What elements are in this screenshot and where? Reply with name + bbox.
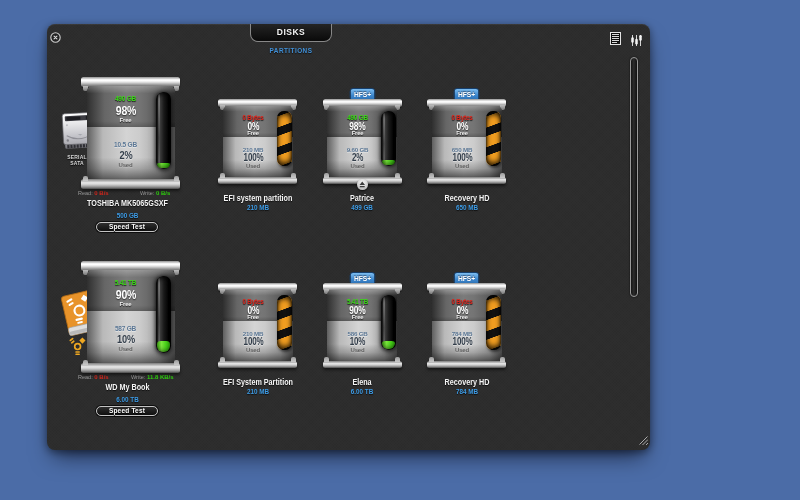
disk-barrel: 5.41 TB 90% Free 587 GB 10% Used <box>81 261 180 373</box>
read-label: Read: <box>78 190 93 196</box>
partition-name: EFI System Partition <box>200 378 315 387</box>
free-percent: 98% <box>93 105 159 118</box>
free-label: Free <box>432 131 493 137</box>
partition-name: Recovery HD <box>409 378 524 387</box>
speed-test-button[interactable]: Speed Test <box>96 406 158 416</box>
partition-barrel: 5.41 TB 90% Free 586 GB 10% Used <box>323 283 402 368</box>
barrel-body: 0 Bytes 0% Free 650 MB 100% Used <box>432 106 502 178</box>
free-label: Free <box>87 117 165 123</box>
barrel-body: 5.41 TB 90% Free 586 GB 10% Used <box>327 290 397 362</box>
read-stat: Read: 0 B/s <box>78 374 109 381</box>
scrollbar[interactable] <box>630 57 638 297</box>
partition-barrel: 490 GB 98% Free 9.60 GB 2% Used <box>323 99 402 184</box>
report-button[interactable] <box>610 31 621 49</box>
write-label: Write: <box>140 190 154 196</box>
free-label: Free <box>87 301 165 307</box>
barrel-body: 5.41 TB 90% Free 587 GB 10% Used <box>87 270 175 364</box>
close-button[interactable] <box>50 29 61 40</box>
free-label: Free <box>327 131 388 137</box>
partition-size: 6.00 TB <box>315 388 409 395</box>
write-value: 0 B/s <box>156 190 170 196</box>
used-level-fill <box>157 341 170 352</box>
barrel-body: 490 GB 98% Free 10.5 GB 2% Used <box>87 86 175 180</box>
partition-name: Elena <box>304 378 419 387</box>
barrel-body: 0 Bytes 0% Free 210 MB 100% Used <box>223 290 293 362</box>
disk-cell: 5.41 TB 90% Free 587 GB 10% Used Read: 0… <box>63 261 198 426</box>
used-percent: 100% <box>438 153 487 163</box>
read-value: 0 B/s <box>94 374 108 380</box>
partition-barrel: 0 Bytes 0% Free 784 MB 100% Used <box>427 283 506 368</box>
barrel-bottom-rim <box>218 177 297 185</box>
partition-cell: HFS+ 490 GB 98% Free 9.60 GB 2% Used Pa <box>310 88 414 213</box>
settings-button[interactable] <box>630 32 643 50</box>
barrel-body: 490 GB 98% Free 9.60 GB 2% Used <box>327 106 397 178</box>
resize-grip[interactable] <box>639 431 648 449</box>
partition-name: Recovery HD <box>409 194 524 203</box>
partition-size: 499 GB <box>315 204 409 211</box>
used-percent: 100% <box>229 153 278 163</box>
partition-name: EFI system partition <box>200 194 315 203</box>
barrel-bottom-rim <box>427 177 506 185</box>
used-percent: 2% <box>94 150 156 162</box>
partition-cell: 0 Bytes 0% Free 210 MB 100% Used EFI sys… <box>206 88 310 213</box>
free-amount: 490 GB <box>87 96 165 103</box>
barrel-body: 0 Bytes 0% Free 210 MB 100% Used <box>223 106 293 178</box>
used-percent: 10% <box>94 334 156 346</box>
partition-cell: HFS+ 0 Bytes 0% Free 784 MB 100% Used R <box>415 272 519 397</box>
eject-button[interactable] <box>357 179 368 190</box>
partition-cell: HFS+ 0 Bytes 0% Free 650 MB 100% Used R <box>415 88 519 213</box>
barrel-bottom-rim <box>81 363 180 373</box>
partition-size: 784 MB <box>420 388 514 395</box>
eject-icon <box>357 179 368 190</box>
disk-size: 6.00 TB <box>67 396 189 403</box>
used-label: Used <box>223 347 284 353</box>
resize-grip-icon <box>639 436 648 445</box>
write-stat: Write: 11.8 KB/s <box>131 374 174 381</box>
partition-barrel: 0 Bytes 0% Free 210 MB 100% Used <box>218 283 297 368</box>
disk-name: WD My Book <box>58 383 198 392</box>
used-label: Used <box>432 347 493 353</box>
disk-barrel: 490 GB 98% Free 10.5 GB 2% Used <box>81 77 180 189</box>
partition-size: 650 MB <box>420 204 514 211</box>
partition-barrel: 0 Bytes 0% Free 650 MB 100% Used <box>427 99 506 184</box>
full-disk-hazard-gauge <box>277 111 292 166</box>
used-label: Used <box>432 163 493 169</box>
close-icon <box>50 32 61 43</box>
disk-name: TOSHIBA MK5065GSXF <box>58 199 198 208</box>
used-label: Used <box>87 162 165 168</box>
full-disk-hazard-gauge <box>277 295 292 350</box>
disk-cell: 490 GB 98% Free 10.5 GB 2% Used SERIALSA… <box>63 77 198 242</box>
read-write-stats: Read: 0 B/s Write: 11.8 KB/s <box>63 374 198 381</box>
report-icon <box>610 32 621 45</box>
free-amount: 5.41 TB <box>87 280 165 287</box>
free-label: Free <box>327 315 388 321</box>
partition-cell: HFS+ 5.41 TB 90% Free 586 GB 10% Used E <box>310 272 414 397</box>
firewire-logo-icon <box>69 336 86 360</box>
used-label: Used <box>87 346 165 352</box>
write-value: 11.8 KB/s <box>147 374 174 380</box>
used-label: Used <box>223 163 284 169</box>
write-stat: Write: 0 B/s <box>140 190 170 197</box>
write-label: Write: <box>131 374 145 380</box>
desktop: DISKS PARTITIONS <box>0 0 800 500</box>
used-level-fill <box>382 341 395 349</box>
partition-barrel: 0 Bytes 0% Free 210 MB 100% Used <box>218 99 297 184</box>
barrel-bottom-rim <box>427 361 506 369</box>
full-disk-hazard-gauge <box>486 111 501 166</box>
free-label: Free <box>223 315 284 321</box>
used-percent: 2% <box>333 153 382 163</box>
used-level-fill <box>382 160 395 165</box>
used-level-gauge <box>156 276 171 353</box>
partition-name: Patrice <box>304 194 419 203</box>
read-label: Read: <box>78 374 93 380</box>
barrel-bottom-rim <box>81 179 180 189</box>
full-disk-hazard-gauge <box>486 295 501 350</box>
read-value: 0 B/s <box>94 190 108 196</box>
partition-size: 210 MB <box>211 388 305 395</box>
tab-disks[interactable]: DISKS <box>250 24 332 42</box>
used-percent: 100% <box>438 337 487 347</box>
tab-partitions[interactable]: PARTITIONS <box>239 47 343 55</box>
partition-size: 210 MB <box>211 204 305 211</box>
used-label: Used <box>327 347 388 353</box>
speed-test-button[interactable]: Speed Test <box>96 222 158 232</box>
